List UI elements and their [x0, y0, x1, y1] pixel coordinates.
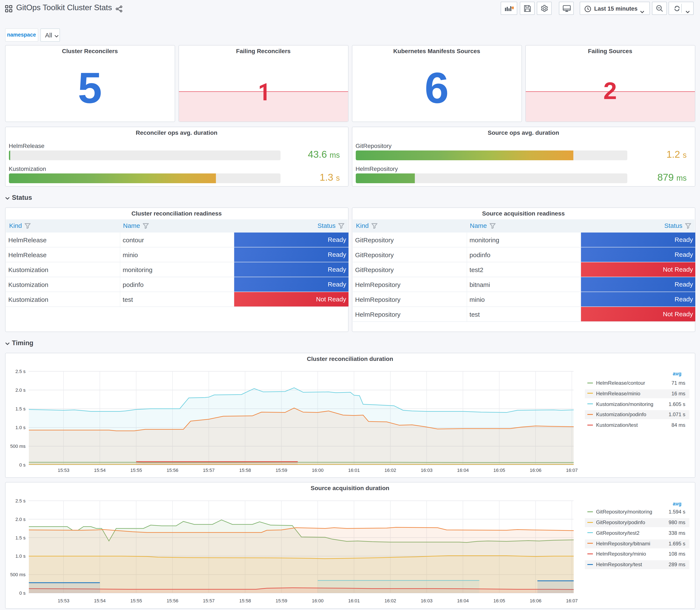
svg-text:15:55: 15:55 [130, 598, 142, 604]
svg-text:2.0 s: 2.0 s [15, 387, 25, 393]
svg-text:15:55: 15:55 [130, 468, 142, 473]
svg-text:15:54: 15:54 [94, 468, 105, 473]
svg-text:15:59: 15:59 [275, 598, 287, 604]
svg-text:15:56: 15:56 [166, 598, 178, 604]
svg-text:15:59: 15:59 [275, 468, 287, 473]
svg-text:16:04: 16:04 [457, 468, 469, 473]
svg-text:500 ms: 500 ms [10, 444, 25, 449]
svg-text:15:58: 15:58 [239, 598, 251, 604]
svg-text:16:01: 16:01 [348, 598, 360, 604]
svg-text:16:03: 16:03 [421, 598, 432, 604]
svg-text:16:05: 16:05 [493, 598, 505, 604]
svg-text:16:00: 16:00 [311, 468, 323, 473]
svg-text:1.0 s: 1.0 s [15, 425, 25, 430]
svg-text:0 s: 0 s [19, 462, 25, 468]
svg-text:16:05: 16:05 [493, 468, 505, 473]
svg-text:16:07: 16:07 [566, 468, 577, 473]
svg-text:1.0 s: 1.0 s [15, 553, 25, 559]
svg-text:16:02: 16:02 [384, 468, 396, 473]
svg-text:16:01: 16:01 [348, 468, 360, 473]
svg-text:16:04: 16:04 [457, 598, 469, 604]
svg-text:15:54: 15:54 [94, 598, 105, 604]
svg-text:0 s: 0 s [19, 591, 25, 596]
svg-text:15:57: 15:57 [203, 598, 214, 604]
svg-text:15:57: 15:57 [203, 468, 214, 473]
svg-text:15:56: 15:56 [166, 468, 178, 473]
svg-text:15:53: 15:53 [58, 598, 69, 604]
svg-text:16:00: 16:00 [311, 598, 323, 604]
svg-text:16:06: 16:06 [530, 598, 541, 604]
svg-text:15:58: 15:58 [239, 468, 251, 473]
svg-text:2.5 s: 2.5 s [15, 369, 25, 374]
svg-text:1.5 s: 1.5 s [15, 535, 25, 541]
svg-text:16:03: 16:03 [421, 468, 432, 473]
svg-text:2.5 s: 2.5 s [15, 498, 25, 503]
svg-text:15:53: 15:53 [58, 468, 69, 473]
svg-text:16:07: 16:07 [566, 598, 577, 604]
svg-text:500 ms: 500 ms [10, 572, 25, 577]
svg-text:16:02: 16:02 [384, 598, 396, 604]
svg-text:1.5 s: 1.5 s [15, 406, 25, 412]
svg-text:16:06: 16:06 [530, 468, 541, 473]
svg-text:2.0 s: 2.0 s [15, 517, 25, 522]
